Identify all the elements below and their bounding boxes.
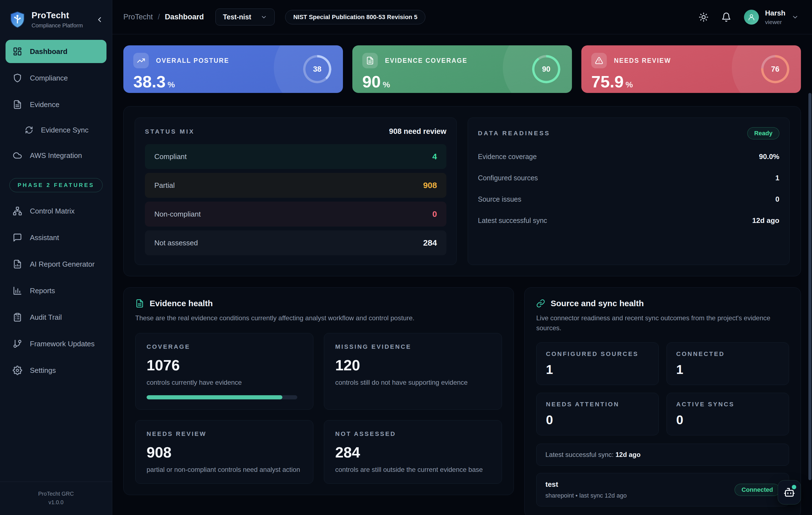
sidebar-nav: Dashboard Compliance Evidence Evidence S… [0,36,112,385]
user-menu[interactable]: Harsh viewer [744,9,799,25]
sidebar-item-label: Settings [30,366,56,375]
status-row-non-compliant: Non-compliant 0 [145,202,446,227]
source-meta: sharepoint • last sync 12d ago [545,492,627,499]
source-sync-health-panel: Source and sync health Live connector re… [524,287,801,515]
bottom-sections: Evidence health These are the real evide… [123,287,801,515]
status-value: 284 [423,238,437,248]
brand-subtitle: Compliance Platform [31,22,83,29]
kpi-gauge: 38 [303,55,331,83]
user-name: Harsh [765,9,785,18]
sidebar-item-label: Reports [30,287,55,295]
network-icon [13,206,22,216]
status-mix-title: STATUS MIX [145,128,195,135]
evidence-health-cards: COVERAGE 1076 controls currently have ev… [135,333,502,484]
theme-toggle-button[interactable] [699,12,708,22]
kpi-card-needs-review: NEEDS REVIEW 75.9% 76 [581,45,801,93]
sidebar-item-assistant[interactable]: Assistant [5,226,107,249]
sidebar-item-reports[interactable]: Reports [5,279,107,302]
dashboard-icon [13,47,22,56]
kpi-gauge-value: 76 [761,55,789,83]
kpi-gauge-value: 38 [303,55,331,83]
shield-icon [13,73,22,83]
coverage-progress-bar [147,395,297,399]
status-label: Partial [154,181,175,190]
readiness-row-configured-sources: Configured sources 1 [478,167,779,189]
sidebar-item-label: AWS Integration [30,151,82,160]
section-title: Source and sync health [551,299,644,308]
status-label: Not assessed [154,239,198,247]
status-label: Non-compliant [154,210,201,219]
sidebar-item-settings[interactable]: Settings [5,359,107,382]
data-readiness-panel: DATA READINESS Ready Evidence coverage 9… [468,118,790,265]
readiness-row-source-issues: Source issues 0 [478,189,779,210]
status-mix-panel: STATUS MIX 908 need review Compliant 4 P… [135,118,457,265]
sidebar-item-compliance[interactable]: Compliance [5,66,107,90]
avatar [744,10,759,25]
sidebar-item-evidence-sync[interactable]: Evidence Sync [5,119,107,141]
framework-badge: NIST Special Publication 800-53 Revision… [285,10,425,24]
brand-title: ProTecht [31,10,83,21]
stat-card-missing-evidence: MISSING EVIDENCE 120 controls still do n… [324,333,502,410]
kpi-card-evidence-coverage: EVIDENCE COVERAGE 90% 90 [352,45,572,93]
ready-status-badge: Ready [747,127,779,139]
status-value: 4 [432,152,437,161]
topbar-actions: Harsh viewer [699,9,799,25]
sidebar-item-audit-trail[interactable]: Audit Trail [5,306,107,329]
chat-bubble-icon [13,233,22,242]
stat-card-coverage: COVERAGE 1076 controls currently have ev… [135,333,313,410]
sidebar-item-label: Control Matrix [30,207,75,216]
source-list-item[interactable]: test sharepoint • last sync 12d ago Conn… [536,473,789,507]
sidebar-header: ProTecht Compliance Platform [0,0,112,36]
status-value: 908 [423,181,437,190]
status-row-not-assessed: Not assessed 284 [145,230,446,255]
git-branch-icon [13,339,22,348]
project-select[interactable]: Test-nist [215,8,274,25]
sidebar-item-dashboard[interactable]: Dashboard [5,40,107,63]
bell-icon [721,12,731,22]
sidebar: ProTecht Compliance Platform Dashboard C… [0,0,112,515]
app-footer-version: v1.0.0 [3,498,109,507]
kpi-gauge: 90 [532,55,560,83]
kpi-label: OVERALL POSTURE [156,57,229,64]
sidebar-item-ai-report-generator[interactable]: AI Report Generator [5,253,107,276]
sidebar-item-framework-updates[interactable]: Framework Updates [5,332,107,355]
sidebar-item-evidence[interactable]: Evidence [5,93,107,116]
latest-sync-value: 12d ago [615,451,640,458]
sidebar-item-control-matrix[interactable]: Control Matrix [5,199,107,223]
dashboard-content: OVERALL POSTURE 38.3% 38 [112,34,812,515]
assistant-fab-button[interactable] [778,480,801,505]
stat-card-configured-sources: CONFIGURED SOURCES 1 [536,342,659,385]
data-readiness-rows: Evidence coverage 90.0% Configured sourc… [478,146,779,231]
kpi-label: EVIDENCE COVERAGE [385,57,467,64]
trending-up-icon [133,53,149,68]
alert-triangle-icon [591,53,607,68]
gear-icon [13,366,22,375]
cloud-icon [13,151,22,160]
section-title: Evidence health [150,299,213,308]
sidebar-item-aws-integration[interactable]: AWS Integration [5,144,107,167]
user-info: Harsh viewer [765,9,785,25]
chevron-down-icon [261,14,267,21]
kpi-gauge: 76 [761,55,789,83]
app-root: ProTecht Compliance Platform Dashboard C… [0,0,812,515]
sidebar-item-label: Assistant [30,233,59,242]
source-health-cards: CONFIGURED SOURCES 1 CONNECTED 1 NEEDS A… [536,342,789,435]
evidence-health-panel: Evidence health These are the real evide… [123,287,514,495]
status-value: 0 [432,209,437,219]
brand-text: ProTecht Compliance Platform [31,10,83,29]
data-readiness-title: DATA READINESS [478,130,550,137]
status-row-partial: Partial 908 [145,173,446,198]
scrollbar-thumb[interactable] [808,93,811,480]
notifications-button[interactable] [721,12,731,22]
user-icon [748,13,755,21]
topbar: ProTecht / Dashboard Test-nist NIST Spec… [112,0,812,34]
breadcrumb-root[interactable]: ProTecht [123,13,153,21]
bar-chart-icon [13,286,22,295]
breadcrumb-current: Dashboard [165,13,204,21]
sidebar-collapse-button[interactable] [95,16,104,24]
overview-panel: STATUS MIX 908 need review Compliant 4 P… [123,106,801,276]
readiness-row-evidence-coverage: Evidence coverage 90.0% [478,146,779,167]
stat-card-not-assessed: NOT ASSESSED 284 controls are still outs… [324,420,502,484]
stat-card-needs-attention: NEEDS ATTENTION 0 [536,393,659,435]
refresh-icon [25,126,33,134]
